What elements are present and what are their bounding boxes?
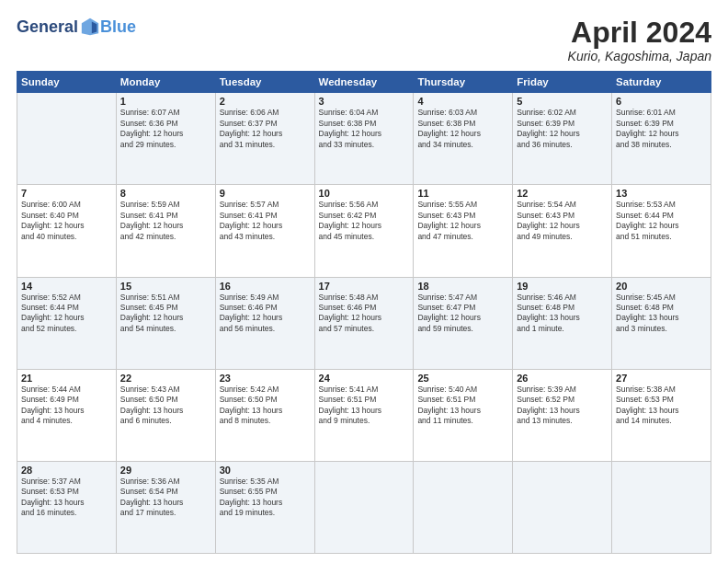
day-info: Sunrise: 6:07 AM Sunset: 6:36 PM Dayligh… [120, 108, 211, 150]
logo: General Blue [17, 17, 136, 37]
day-number: 8 [120, 188, 211, 199]
day-number: 22 [120, 373, 211, 384]
day-info: Sunrise: 5:47 AM Sunset: 6:47 PM Dayligh… [417, 293, 508, 335]
day-number: 9 [220, 188, 311, 199]
day-number: 14 [21, 281, 112, 292]
day-cell: 29Sunrise: 5:36 AM Sunset: 6:54 PM Dayli… [116, 461, 215, 553]
day-info: Sunrise: 5:56 AM Sunset: 6:42 PM Dayligh… [319, 200, 410, 242]
day-cell: 1Sunrise: 6:07 AM Sunset: 6:36 PM Daylig… [116, 93, 215, 185]
day-info: Sunrise: 5:38 AM Sunset: 6:53 PM Dayligh… [616, 385, 707, 427]
day-cell: 2Sunrise: 6:06 AM Sunset: 6:37 PM Daylig… [215, 93, 314, 185]
day-number: 3 [319, 96, 410, 107]
location: Kurio, Kagoshima, Japan [568, 49, 711, 63]
day-number: 18 [417, 281, 508, 292]
day-number: 21 [21, 373, 112, 384]
day-cell: 3Sunrise: 6:04 AM Sunset: 6:38 PM Daylig… [314, 93, 414, 185]
day-info: Sunrise: 5:45 AM Sunset: 6:48 PM Dayligh… [616, 293, 707, 335]
day-info: Sunrise: 5:53 AM Sunset: 6:44 PM Dayligh… [616, 200, 707, 242]
day-cell: 14Sunrise: 5:52 AM Sunset: 6:44 PM Dayli… [17, 277, 117, 369]
day-number: 23 [220, 373, 311, 384]
day-number: 4 [417, 96, 508, 107]
day-cell: 25Sunrise: 5:40 AM Sunset: 6:51 PM Dayli… [414, 369, 513, 461]
weekday-header-monday: Monday [116, 72, 215, 93]
day-cell: 19Sunrise: 5:46 AM Sunset: 6:48 PM Dayli… [513, 277, 612, 369]
day-info: Sunrise: 6:04 AM Sunset: 6:38 PM Dayligh… [319, 108, 410, 150]
weekday-header-friday: Friday [513, 72, 612, 93]
weekday-header-sunday: Sunday [17, 72, 117, 93]
day-info: Sunrise: 5:52 AM Sunset: 6:44 PM Dayligh… [21, 293, 112, 335]
day-info: Sunrise: 5:37 AM Sunset: 6:53 PM Dayligh… [21, 477, 112, 519]
day-number: 12 [517, 188, 608, 199]
day-cell: 4Sunrise: 6:03 AM Sunset: 6:38 PM Daylig… [414, 93, 513, 185]
week-row-3: 14Sunrise: 5:52 AM Sunset: 6:44 PM Dayli… [17, 277, 711, 369]
day-info: Sunrise: 6:02 AM Sunset: 6:39 PM Dayligh… [517, 108, 608, 150]
day-cell: 7Sunrise: 6:00 AM Sunset: 6:40 PM Daylig… [17, 185, 117, 277]
day-cell: 17Sunrise: 5:48 AM Sunset: 6:46 PM Dayli… [314, 277, 414, 369]
day-info: Sunrise: 5:46 AM Sunset: 6:48 PM Dayligh… [517, 293, 608, 335]
day-cell: 27Sunrise: 5:38 AM Sunset: 6:53 PM Dayli… [612, 369, 711, 461]
day-cell: 5Sunrise: 6:02 AM Sunset: 6:39 PM Daylig… [513, 93, 612, 185]
day-cell: 15Sunrise: 5:51 AM Sunset: 6:45 PM Dayli… [116, 277, 215, 369]
day-number: 28 [21, 465, 112, 476]
day-number: 10 [319, 188, 410, 199]
day-info: Sunrise: 5:36 AM Sunset: 6:54 PM Dayligh… [120, 477, 211, 519]
day-number: 29 [120, 465, 211, 476]
day-info: Sunrise: 5:48 AM Sunset: 6:46 PM Dayligh… [319, 293, 410, 335]
day-cell [314, 461, 414, 553]
week-row-2: 7Sunrise: 6:00 AM Sunset: 6:40 PM Daylig… [17, 185, 711, 277]
weekday-header-wednesday: Wednesday [314, 72, 414, 93]
day-info: Sunrise: 5:43 AM Sunset: 6:50 PM Dayligh… [120, 385, 211, 427]
day-number: 2 [220, 96, 311, 107]
day-info: Sunrise: 5:41 AM Sunset: 6:51 PM Dayligh… [319, 385, 410, 427]
day-cell [612, 461, 711, 553]
day-info: Sunrise: 5:54 AM Sunset: 6:43 PM Dayligh… [517, 200, 608, 242]
day-info: Sunrise: 5:51 AM Sunset: 6:45 PM Dayligh… [120, 293, 211, 335]
day-info: Sunrise: 5:55 AM Sunset: 6:43 PM Dayligh… [417, 200, 508, 242]
day-cell: 16Sunrise: 5:49 AM Sunset: 6:46 PM Dayli… [215, 277, 314, 369]
day-cell: 30Sunrise: 5:35 AM Sunset: 6:55 PM Dayli… [215, 461, 314, 553]
day-number: 6 [616, 96, 707, 107]
day-cell: 21Sunrise: 5:44 AM Sunset: 6:49 PM Dayli… [17, 369, 117, 461]
day-number: 11 [417, 188, 508, 199]
day-cell: 11Sunrise: 5:55 AM Sunset: 6:43 PM Dayli… [414, 185, 513, 277]
day-info: Sunrise: 6:00 AM Sunset: 6:40 PM Dayligh… [21, 200, 112, 242]
weekday-header-thursday: Thursday [414, 72, 513, 93]
day-cell [414, 461, 513, 553]
logo-blue-text: Blue [100, 17, 136, 37]
week-row-5: 28Sunrise: 5:37 AM Sunset: 6:53 PM Dayli… [17, 461, 711, 553]
day-cell [17, 93, 117, 185]
day-info: Sunrise: 5:49 AM Sunset: 6:46 PM Dayligh… [220, 293, 311, 335]
day-cell: 22Sunrise: 5:43 AM Sunset: 6:50 PM Dayli… [116, 369, 215, 461]
day-info: Sunrise: 6:03 AM Sunset: 6:38 PM Dayligh… [417, 108, 508, 150]
day-info: Sunrise: 5:39 AM Sunset: 6:52 PM Dayligh… [517, 385, 608, 427]
weekday-header-tuesday: Tuesday [215, 72, 314, 93]
day-cell: 23Sunrise: 5:42 AM Sunset: 6:50 PM Dayli… [215, 369, 314, 461]
day-number: 24 [319, 373, 410, 384]
day-cell: 9Sunrise: 5:57 AM Sunset: 6:41 PM Daylig… [215, 185, 314, 277]
page: General Blue April 2024 Kurio, Kagoshima… [0, 0, 728, 563]
day-info: Sunrise: 6:01 AM Sunset: 6:39 PM Dayligh… [616, 108, 707, 150]
logo-general-text: General [17, 17, 78, 37]
calendar: SundayMondayTuesdayWednesdayThursdayFrid… [17, 71, 711, 554]
weekday-header-saturday: Saturday [612, 72, 711, 93]
day-number: 26 [517, 373, 608, 384]
day-cell: 13Sunrise: 5:53 AM Sunset: 6:44 PM Dayli… [612, 185, 711, 277]
day-info: Sunrise: 5:42 AM Sunset: 6:50 PM Dayligh… [220, 385, 311, 427]
title-block: April 2024 Kurio, Kagoshima, Japan [568, 17, 711, 63]
day-cell: 6Sunrise: 6:01 AM Sunset: 6:39 PM Daylig… [612, 93, 711, 185]
day-number: 7 [21, 188, 112, 199]
day-info: Sunrise: 5:40 AM Sunset: 6:51 PM Dayligh… [417, 385, 508, 427]
day-cell: 28Sunrise: 5:37 AM Sunset: 6:53 PM Dayli… [17, 461, 117, 553]
header: General Blue April 2024 Kurio, Kagoshima… [17, 17, 711, 63]
day-number: 5 [517, 96, 608, 107]
day-number: 16 [220, 281, 311, 292]
day-number: 13 [616, 188, 707, 199]
day-cell [513, 461, 612, 553]
day-number: 17 [319, 281, 410, 292]
day-cell: 8Sunrise: 5:59 AM Sunset: 6:41 PM Daylig… [116, 185, 215, 277]
day-cell: 24Sunrise: 5:41 AM Sunset: 6:51 PM Dayli… [314, 369, 414, 461]
day-cell: 26Sunrise: 5:39 AM Sunset: 6:52 PM Dayli… [513, 369, 612, 461]
day-info: Sunrise: 5:57 AM Sunset: 6:41 PM Dayligh… [220, 200, 311, 242]
day-number: 30 [220, 465, 311, 476]
day-info: Sunrise: 6:06 AM Sunset: 6:37 PM Dayligh… [220, 108, 311, 150]
